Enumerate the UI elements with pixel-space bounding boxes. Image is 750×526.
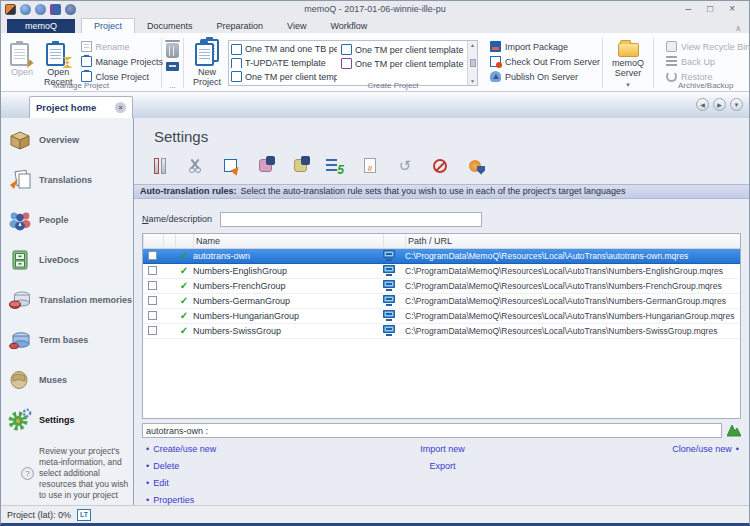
template-item[interactable]: One TM per client template 2 (341, 44, 465, 55)
options-gear-icon[interactable] (65, 4, 76, 15)
collapse-ribbon-icon[interactable]: ∧ (735, 24, 741, 33)
quick-access-toolbar (1, 4, 76, 15)
muses-icon (7, 368, 33, 392)
project-home-sidebar: Overview Translations People (1, 118, 134, 505)
general-settings-icon[interactable] (148, 155, 172, 177)
archive-drawer-icon[interactable] (166, 62, 179, 71)
sidebar-item-term-bases[interactable]: Term bases (7, 326, 133, 354)
row-checkbox[interactable] (148, 326, 157, 335)
tm-settings-icon[interactable] (253, 155, 277, 177)
table-row[interactable]: ✓ Numbers-SwissGroup C:\ProgramData\Memo… (143, 324, 740, 339)
lt-badge[interactable]: LT (77, 509, 91, 521)
template-item[interactable]: T-UPDATE template (231, 58, 337, 69)
template-item[interactable]: One TM and one TB per ... (231, 44, 337, 55)
group-label-dots: ... (162, 81, 183, 90)
minimize-button[interactable]: – (686, 4, 692, 14)
help-question-icon[interactable]: ? (21, 467, 34, 480)
nav-forward-button[interactable]: ▶ (713, 98, 726, 111)
livedocs-settings-icon[interactable] (288, 155, 312, 177)
close-button[interactable]: × (729, 4, 735, 14)
check-out-from-server-button[interactable]: Check Out From Server (490, 56, 600, 67)
memoq-logo-icon[interactable] (5, 4, 16, 15)
export-path-rules-icon[interactable]: // (358, 155, 382, 177)
window-controls: – □ × (686, 4, 749, 14)
delete-project-trash-icon[interactable] (166, 43, 179, 58)
font-substitution-icon[interactable] (463, 155, 487, 177)
back-up-button[interactable]: Back Up (666, 56, 750, 67)
export-link[interactable]: Export (344, 461, 542, 471)
sidebar-item-people[interactable]: People (7, 206, 133, 234)
table-row[interactable]: ✓ Numbers-EnglishGroup C:\ProgramData\Me… (143, 264, 740, 279)
tab-preparation[interactable]: Preparation (205, 19, 276, 33)
scroll-up-icon[interactable]: ▲ (470, 42, 475, 48)
project-template-list: One TM and one TB per ... T-UPDATE templ… (228, 40, 478, 86)
sidebar-item-translation-memories[interactable]: Translation memories (7, 286, 133, 314)
nav-menu-button[interactable]: ▼ (730, 98, 743, 111)
new-project-button[interactable]: New Project ▾ (188, 37, 226, 99)
sidebar-item-settings[interactable]: Settings (7, 406, 133, 434)
row-checkbox[interactable] (148, 296, 157, 305)
notebook-icon[interactable] (50, 4, 61, 15)
segmentation-rules-icon[interactable] (183, 155, 207, 177)
col-path-header[interactable]: Path / URL (405, 234, 740, 248)
row-checkbox[interactable] (148, 311, 157, 320)
import-package-button[interactable]: Import Package (490, 41, 600, 52)
open-button[interactable]: Open (5, 37, 39, 80)
tab-documents[interactable]: Documents (135, 19, 205, 33)
sidebar-item-muses[interactable]: Muses (7, 366, 133, 394)
table-row[interactable]: ✓ Numbers-GermanGroup C:\ProgramData\Mem… (143, 294, 740, 309)
open-recent-button[interactable]: Open Recent ▾ (39, 37, 78, 99)
term-bases-icon (7, 328, 33, 352)
import-new-link[interactable]: Import new (344, 444, 542, 454)
template-item[interactable]: One TM per client template (341, 58, 465, 69)
edit-link[interactable]: • Edit (146, 478, 344, 488)
sidebar-item-translations[interactable]: Translations (7, 166, 133, 194)
nav-back-button[interactable]: ◀ (696, 98, 709, 111)
scroll-thumb[interactable] (470, 59, 476, 67)
col-name-header[interactable]: Name (193, 234, 383, 248)
memoq-server-button[interactable]: memoQ Server ▾ (607, 37, 649, 90)
properties-link[interactable]: • Properties (146, 495, 344, 505)
page-title: Settings (154, 128, 749, 145)
name-description-filter-input[interactable] (220, 212, 482, 227)
view-recycle-bin-button[interactable]: View Recycle Bin (666, 41, 750, 52)
check-out-icon (490, 56, 501, 67)
spellcheck-icon[interactable] (727, 424, 741, 437)
table-row[interactable]: ✓ Numbers-FrenchGroup C:\ProgramData\Mem… (143, 279, 740, 294)
delete-link[interactable]: • Delete (146, 461, 344, 471)
template-list-scrollbar[interactable]: ▲ ▼ (467, 41, 477, 85)
sidebar-item-overview[interactable]: Overview (7, 126, 133, 154)
ribbon-group-dots: ... (162, 35, 183, 91)
project-home-tab[interactable]: Project home × (29, 96, 133, 118)
tab-workflow[interactable]: Workflow (318, 19, 379, 33)
clone-use-new-link[interactable]: Clone/use new • (541, 444, 739, 454)
maximize-button[interactable]: □ (707, 4, 713, 14)
tab-memoq[interactable]: memoQ (7, 19, 75, 33)
settings-pane: Settings 5 // ↺ Auto-translation rules: … (134, 118, 749, 505)
resource-action-links: • Create/use new Import new Clone/use ne… (146, 444, 739, 505)
non-translatables-icon[interactable] (428, 155, 452, 177)
table-row[interactable]: ✓ autotrans-own C:\ProgramData\MemoQ\Res… (143, 249, 740, 264)
local-resource-icon (383, 265, 395, 276)
table-row[interactable]: ✓ Numbers-HungarianGroup C:\ProgramData\… (143, 309, 740, 324)
qa-settings-icon[interactable] (218, 155, 242, 177)
rename-button[interactable]: Rename (81, 41, 164, 52)
col-location (383, 234, 405, 248)
sidebar-item-livedocs[interactable]: LiveDocs (7, 246, 133, 274)
create-use-new-link[interactable]: • Create/use new (146, 444, 344, 454)
ignore-lists-icon[interactable]: ↺ (393, 155, 417, 177)
tab-close-icon[interactable]: × (115, 102, 126, 113)
manage-projects-button[interactable]: Manage Projects (81, 56, 164, 67)
row-checkbox[interactable] (148, 251, 157, 260)
tab-project[interactable]: Project (81, 18, 135, 33)
settings-gear-icon (7, 408, 33, 432)
col-status (175, 234, 193, 248)
auto-translation-rules-icon[interactable]: 5 (323, 155, 347, 177)
tab-view[interactable]: View (275, 19, 318, 33)
row-checkbox[interactable] (148, 266, 157, 275)
help-icon[interactable] (20, 4, 31, 15)
local-resource-icon (383, 310, 395, 321)
row-checkbox[interactable] (148, 281, 157, 290)
bullet-icon: • (146, 495, 149, 505)
sync-icon[interactable] (35, 4, 46, 15)
